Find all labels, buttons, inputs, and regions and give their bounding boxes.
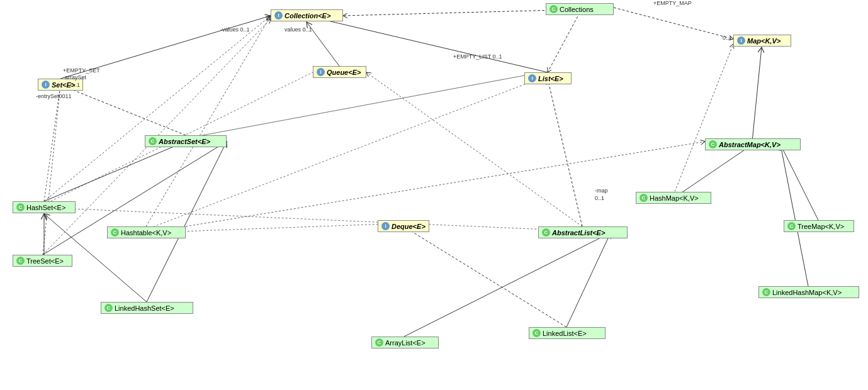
- icon-linked-hashmap-kv: C: [762, 288, 770, 296]
- svg-line-10: [674, 145, 752, 198]
- icon-queue-e: I: [317, 68, 325, 76]
- label-linkedlist-e: LinkedList<E>: [543, 330, 587, 337]
- edge-label-values-right: values 0..1: [285, 26, 312, 33]
- node-hashmap-kv[interactable]: C HashMap<K,V>: [636, 192, 711, 204]
- edge-label-01-hashmap: 0..1: [595, 195, 604, 201]
- icon-collections: C: [550, 5, 558, 13]
- icon-map-kv: I: [737, 36, 745, 45]
- svg-line-5: [307, 22, 339, 66]
- node-hashtable-kv[interactable]: C Hashtable<K,V>: [107, 226, 186, 238]
- svg-line-1: [614, 8, 733, 39]
- icon-arraylist-e: C: [375, 338, 383, 347]
- node-treeset-e[interactable]: C TreeSet<E>: [13, 255, 72, 267]
- label-collections: Collections: [560, 6, 594, 13]
- node-abstract-map-kv[interactable]: C AbstractMap<K,V>: [705, 138, 801, 150]
- label-list-e: List<E>: [538, 75, 563, 82]
- node-linkedlist-e[interactable]: C LinkedList<E>: [529, 327, 606, 339]
- svg-line-21: [44, 85, 60, 201]
- node-abstract-list-e[interactable]: C AbstractList<E>: [538, 226, 628, 238]
- node-abstract-set-e[interactable]: C AbstractSet<E>: [145, 135, 227, 147]
- edge-label-empty-set: +EMPTY_SET: [63, 67, 100, 74]
- svg-line-0: [343, 9, 580, 16]
- edge-label-empty-list: +EMPTY_LIST 0..1: [453, 53, 502, 60]
- svg-line-18: [44, 16, 271, 201]
- edge-label-entryset: -entrySet0011: [36, 93, 72, 99]
- node-hashset-e[interactable]: C HashSet<E>: [13, 201, 76, 213]
- label-collection-e: Collection<E>: [285, 12, 330, 20]
- edge-label-map: -map: [595, 187, 608, 194]
- arrows-layer: [0, 0, 868, 390]
- label-linked-hashset-e: LinkedHashSet<E>: [115, 304, 174, 312]
- node-set-e[interactable]: I Set<E>: [38, 79, 83, 91]
- label-hashtable-kv: Hashtable<K,V>: [121, 229, 171, 237]
- label-hashset-e: HashSet<E>: [26, 204, 65, 211]
- node-linked-hashset-e[interactable]: C LinkedHashSet<E>: [101, 302, 193, 314]
- svg-line-6: [752, 47, 762, 142]
- svg-line-3: [60, 16, 271, 79]
- svg-line-8: [548, 79, 582, 226]
- svg-line-19: [146, 16, 271, 226]
- node-arraylist-e[interactable]: C ArrayList<E>: [371, 337, 439, 348]
- icon-abstract-list-e: C: [542, 228, 550, 237]
- svg-line-11: [781, 145, 818, 220]
- label-hashmap-kv: HashMap<K,V>: [650, 194, 699, 202]
- icon-linked-hashset-e: C: [104, 304, 113, 312]
- label-linked-hashmap-kv: LinkedHashMap<K,V>: [772, 289, 842, 296]
- svg-line-24: [147, 142, 227, 302]
- svg-line-7: [60, 85, 186, 135]
- node-collections[interactable]: C Collections: [546, 3, 614, 15]
- svg-line-29: [186, 75, 524, 138]
- label-treemap-kv: TreeMap<K,V>: [798, 223, 844, 230]
- svg-line-12: [781, 145, 808, 286]
- edge-label-empty-map: +EMPTY_MAP: [653, 0, 692, 6]
- node-list-e[interactable]: I List<E>: [524, 72, 572, 84]
- icon-abstract-set-e: C: [149, 137, 157, 145]
- icon-linkedlist-e: C: [533, 329, 541, 337]
- icon-collection-e: I: [274, 11, 283, 20]
- svg-line-25: [186, 142, 705, 226]
- icon-set-e: I: [42, 81, 50, 89]
- label-arraylist-e: ArrayList<E>: [385, 339, 426, 347]
- svg-line-26: [674, 44, 733, 195]
- icon-treeset-e: C: [16, 257, 25, 265]
- label-abstract-map-kv: AbstractMap<K,V>: [719, 141, 781, 148]
- edge-label-values-left: -values 0..1: [220, 26, 250, 33]
- label-deque-e: Deque<E>: [392, 223, 426, 230]
- icon-treemap-kv: C: [787, 222, 796, 230]
- svg-line-15: [404, 233, 611, 337]
- svg-line-16: [566, 233, 611, 327]
- label-abstract-list-e: AbstractList<E>: [552, 229, 605, 237]
- icon-list-e: I: [528, 74, 536, 82]
- node-queue-e[interactable]: I Queue<E>: [313, 66, 366, 78]
- svg-line-27: [366, 72, 582, 226]
- label-queue-e: Queue<E>: [327, 69, 361, 76]
- node-map-kv[interactable]: I Map<K,V>: [733, 35, 791, 47]
- icon-hashmap-kv: C: [640, 194, 648, 202]
- svg-line-4: [307, 16, 548, 72]
- icon-abstract-map-kv: C: [709, 140, 717, 148]
- node-deque-e[interactable]: I Deque<E>: [378, 220, 429, 232]
- node-linked-hashmap-kv[interactable]: C LinkedHashMap<K,V>: [758, 286, 859, 298]
- node-treemap-kv[interactable]: C TreeMap<K,V>: [784, 220, 854, 232]
- svg-line-22: [43, 85, 60, 255]
- icon-hashtable-kv: C: [111, 228, 119, 237]
- label-abstract-set-e: AbstractSet<E>: [159, 138, 210, 145]
- edge-label-01-map: 0..1: [723, 35, 732, 41]
- label-treeset-e: TreeSet<E>: [26, 257, 64, 265]
- svg-line-2: [548, 13, 580, 72]
- uml-diagram: C Collections I Collection<E> I Map<K,V>…: [0, 0, 868, 390]
- svg-line-9: [44, 142, 186, 201]
- label-map-kv: Map<K,V>: [747, 37, 781, 45]
- svg-line-17: [403, 226, 566, 327]
- node-collection-e[interactable]: I Collection<E>: [271, 9, 343, 21]
- svg-line-31: [146, 75, 548, 230]
- label-set-e: Set<E>: [52, 81, 75, 89]
- icon-hashset-e: C: [16, 203, 25, 211]
- icon-deque-e: I: [381, 222, 390, 230]
